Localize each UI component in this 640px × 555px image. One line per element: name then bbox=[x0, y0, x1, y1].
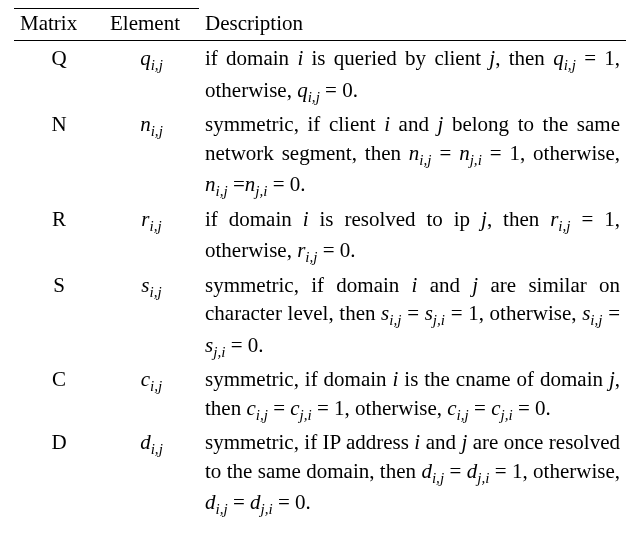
description-cell: if domain i is queried by client j, then… bbox=[199, 41, 626, 108]
matrix-cell: S bbox=[14, 268, 104, 363]
matrix-cell: N bbox=[14, 107, 104, 202]
col-header-matrix: Matrix bbox=[14, 9, 104, 41]
col-header-element: Element bbox=[104, 9, 199, 41]
table-row: Ddi,jsymmetric, if IP address i and j ar… bbox=[14, 425, 626, 520]
element-cell: qi,j bbox=[104, 41, 199, 108]
matrix-cell: R bbox=[14, 202, 104, 268]
description-cell: symmetric, if domain i and j are simi­la… bbox=[199, 268, 626, 363]
notation-table: Matrix Element Description Qqi,jif domai… bbox=[14, 8, 626, 520]
description-cell: if domain i is resolved to ip j, then ri… bbox=[199, 202, 626, 268]
element-cell: di,j bbox=[104, 425, 199, 520]
element-cell: ni,j bbox=[104, 107, 199, 202]
matrix-cell: Q bbox=[14, 41, 104, 108]
table-row: Rri,jif domain i is resolved to ip j, th… bbox=[14, 202, 626, 268]
element-cell: si,j bbox=[104, 268, 199, 363]
table-row: Ssi,jsymmetric, if domain i and j are si… bbox=[14, 268, 626, 363]
description-cell: symmetric, if client i and j belong to t… bbox=[199, 107, 626, 202]
element-cell: ci,j bbox=[104, 362, 199, 425]
col-header-description: Description bbox=[199, 9, 626, 41]
table-row: Cci,jsymmetric, if domain i is the cname… bbox=[14, 362, 626, 425]
matrix-cell: C bbox=[14, 362, 104, 425]
element-cell: ri,j bbox=[104, 202, 199, 268]
table-row: Nni,jsymmetric, if client i and j belong… bbox=[14, 107, 626, 202]
description-cell: symmetric, if IP address i and j are onc… bbox=[199, 425, 626, 520]
table-row: Qqi,jif domain i is queried by client j,… bbox=[14, 41, 626, 108]
table-header-row: Matrix Element Description bbox=[14, 9, 626, 41]
description-cell: symmetric, if domain i is the cname of d… bbox=[199, 362, 626, 425]
matrix-cell: D bbox=[14, 425, 104, 520]
